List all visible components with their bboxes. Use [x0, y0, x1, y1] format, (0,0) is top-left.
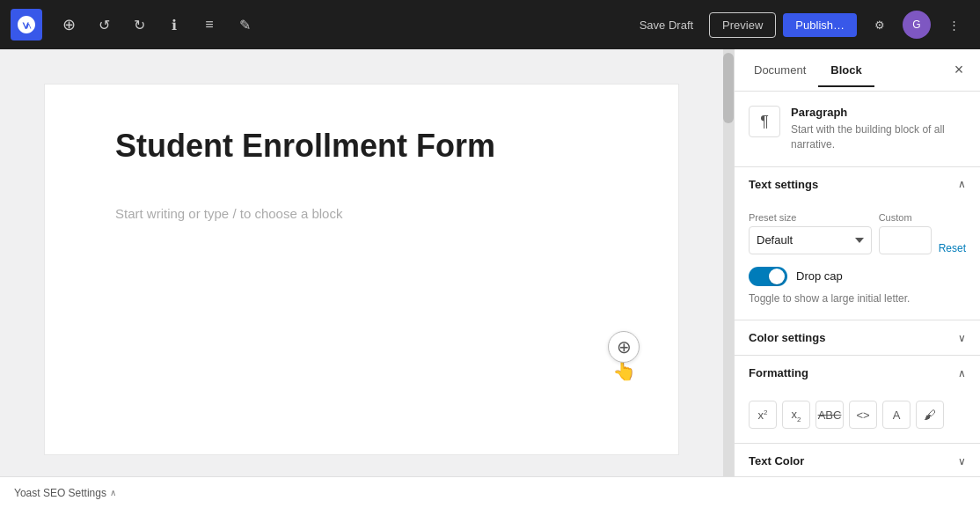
color-settings-title: Color settings	[749, 331, 825, 344]
add-icon: ⊕	[62, 15, 76, 34]
wp-logo	[11, 9, 42, 40]
block-placeholder[interactable]: Start writing or type / to choose a bloc…	[115, 200, 608, 228]
bottom-bar-left[interactable]: Yoast SEO Settings ∧	[14, 487, 116, 499]
subscript-btn[interactable]: x2	[782, 401, 810, 429]
sidebar-tabs: Document Block ×	[735, 49, 980, 92]
code-icon: <>	[856, 409, 869, 422]
edit-btn[interactable]: ✎	[229, 9, 260, 40]
formatting-chevron-icon: ∧	[958, 367, 966, 379]
superscript-btn[interactable]: x2	[749, 401, 777, 429]
superscript-icon: x2	[758, 409, 768, 422]
yoast-seo-label: Yoast SEO Settings	[14, 487, 106, 499]
post-title[interactable]: Student Enrollment Form	[115, 127, 608, 165]
tab-document[interactable]: Document	[742, 53, 818, 87]
preset-size-label: Preset size	[749, 212, 872, 223]
text-color-title: Text Color	[749, 454, 804, 468]
publish-button[interactable]: Publish…	[783, 13, 857, 37]
formatting-body: x2 x2 ABC <> A	[735, 390, 980, 443]
gear-icon: ⚙	[874, 18, 885, 32]
text-settings-title: Text settings	[749, 178, 818, 191]
toolbar-right: Save Draft Preview Publish… ⚙ G ⋮	[631, 9, 969, 40]
inline-add-block-btn[interactable]: ⊕	[608, 331, 640, 363]
custom-col: Custom	[879, 212, 932, 254]
formatting-header[interactable]: Formatting ∧	[735, 356, 980, 390]
paragraph-block-icon: ¶	[749, 106, 780, 137]
list-view-btn[interactable]: ≡	[194, 9, 225, 40]
text-color-section: Text Color ∨	[735, 444, 980, 476]
highlight-btn[interactable]: 🖌	[916, 401, 944, 429]
block-info-title: Paragraph	[791, 106, 966, 119]
highlight-icon: 🖌	[924, 408, 936, 422]
text-settings-body: Preset size Default Custom Reset	[735, 202, 980, 320]
block-info: ¶ Paragraph Start with the building bloc…	[735, 92, 980, 167]
color-settings-header[interactable]: Color settings ∨	[735, 320, 980, 355]
toggle-knob	[769, 269, 785, 284]
preset-size-select[interactable]: Default	[749, 226, 872, 254]
formatting-title: Formatting	[749, 366, 808, 379]
tab-block[interactable]: Block	[818, 53, 874, 87]
more-icon: ⋮	[948, 18, 960, 32]
sidebar-close-btn[interactable]: ×	[945, 56, 973, 85]
subscript-icon: x2	[792, 408, 801, 423]
formatting-icons: x2 x2 ABC <> A	[749, 401, 966, 429]
add-block-toolbar-btn[interactable]: ⊕	[53, 9, 84, 40]
code-btn[interactable]: <>	[849, 401, 877, 429]
block-info-text: Paragraph Start with the building block …	[791, 106, 966, 152]
info-btn[interactable]: ℹ	[158, 9, 190, 40]
drop-cap-label: Drop cap	[796, 269, 843, 283]
text-settings-chevron-icon: ∧	[958, 178, 966, 190]
keyboard-btn[interactable]: A	[882, 401, 911, 429]
bottom-bar: Yoast SEO Settings ∧	[0, 476, 980, 508]
list-icon: ≡	[205, 17, 213, 33]
scrollbar-track[interactable]	[723, 49, 734, 476]
preview-button[interactable]: Preview	[709, 12, 776, 38]
color-settings-section: Color settings ∨	[735, 320, 980, 356]
wp-logo-icon	[18, 16, 35, 33]
save-draft-button[interactable]: Save Draft	[631, 13, 702, 37]
edit-icon: ✎	[239, 17, 251, 33]
text-settings-header[interactable]: Text settings ∧	[735, 167, 980, 202]
editor-content: Student Enrollment Form Start writing or…	[45, 85, 678, 454]
redo-icon: ↻	[134, 17, 145, 33]
strikethrough-btn[interactable]: ABC	[815, 401, 844, 429]
keyboard-icon: A	[893, 409, 901, 422]
sidebar-body: ¶ Paragraph Start with the building bloc…	[735, 92, 980, 476]
info-icon: ℹ	[172, 17, 177, 33]
bottom-chevron-icon: ∧	[110, 488, 116, 497]
text-settings-fields: Preset size Default Custom Reset	[749, 212, 966, 254]
preset-col: Preset size Default	[749, 212, 872, 254]
strikethrough-icon: ABC	[818, 409, 842, 422]
scrollbar-thumb	[723, 53, 734, 123]
drop-cap-row: Drop cap	[749, 267, 966, 286]
undo-icon: ↺	[99, 17, 110, 33]
main-toolbar: ⊕ ↺ ↻ ℹ ≡ ✎ Save Draft Preview Publish… …	[0, 0, 980, 49]
text-color-chevron-icon: ∨	[958, 455, 966, 468]
formatting-section: Formatting ∧ x2 x2 ABC	[735, 356, 980, 444]
undo-btn[interactable]: ↺	[88, 9, 120, 40]
editor-area[interactable]: Student Enrollment Form Start writing or…	[0, 49, 723, 476]
more-options-btn[interactable]: ⋮	[938, 9, 969, 40]
user-avatar-btn[interactable]: G	[903, 11, 931, 39]
plus-circle-icon: ⊕	[617, 336, 632, 357]
block-info-desc: Start with the building block of all nar…	[791, 122, 966, 152]
custom-size-input[interactable]	[879, 226, 932, 254]
text-color-header[interactable]: Text Color ∨	[735, 444, 980, 476]
reset-btn[interactable]: Reset	[939, 242, 966, 254]
custom-label: Custom	[879, 212, 932, 223]
drop-cap-toggle[interactable]	[749, 267, 787, 286]
color-settings-chevron-icon: ∨	[958, 332, 966, 344]
drop-cap-desc: Toggle to show a large initial letter.	[749, 291, 966, 306]
settings-button[interactable]: ⚙	[864, 9, 896, 40]
text-settings-section: Text settings ∧ Preset size Default Cust…	[735, 167, 980, 321]
sidebar: Document Block × ¶ Paragraph Start with …	[734, 49, 980, 476]
main-layout: Student Enrollment Form Start writing or…	[0, 49, 980, 476]
redo-btn[interactable]: ↻	[123, 9, 155, 40]
